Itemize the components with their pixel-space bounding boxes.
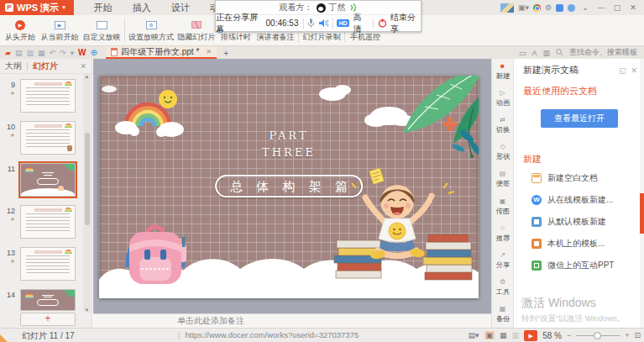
strip-recommend[interactable]: ☆推荐 [492, 224, 513, 244]
normal-view-icon[interactable]: ▣ [484, 331, 495, 339]
slide-panel-scrollbar[interactable]: ▲ ▼ [83, 74, 91, 313]
close-panel-icon[interactable]: ✕ [80, 62, 86, 71]
zoom-slider[interactable] [576, 335, 620, 336]
panel-title: 新建演示文稿 [523, 64, 579, 76]
play-slideshow-button[interactable]: ▶ [524, 330, 537, 341]
output-icon[interactable]: ▥ [26, 49, 34, 57]
strip-backup[interactable]: ▦备份 [492, 305, 513, 324]
slide-sorter-icon[interactable]: ▦ [500, 331, 507, 339]
tab-outline[interactable]: 大纲 [5, 61, 22, 72]
close-tab-icon[interactable]: ✕ [206, 48, 212, 55]
strip-transition[interactable]: ⇄切换 [492, 116, 513, 135]
panel-icon[interactable]: ▥ [542, 49, 550, 57]
custom-show-button[interactable]: 自定义放映 [81, 15, 123, 45]
right-tab-strip: ■新建 ▷动画 ⇄切换 ◇形状 ▤便签 ▣传图 ☆推荐 ↗分享 ⚙工具 ▦备份 [491, 59, 514, 328]
note-icon [369, 168, 384, 184]
slide-number: 14 [0, 291, 15, 299]
slide-thumbnail-13[interactable] [20, 247, 76, 281]
slide-thumbnail-10[interactable] [20, 121, 76, 155]
app-menu[interactable]: P WPS 演示 ▾ [0, 0, 74, 15]
gear-icon[interactable]: ⚙ [545, 3, 552, 12]
editing-canvas: PART THREE 总 体 构 架 篇 [93, 59, 491, 313]
strip-tools[interactable]: ⚙工具 [492, 278, 513, 297]
close-button[interactable]: ✕ [627, 3, 639, 12]
slide-number: 10 [0, 123, 15, 131]
strip-share[interactable]: ↗分享 [492, 251, 513, 271]
panel-scrollbar[interactable] [640, 59, 644, 328]
web-icon[interactable]: ⊕ [91, 48, 97, 57]
strip-shapes[interactable]: ◇形状 [492, 143, 513, 162]
document-tab[interactable]: 四年级下册作文.ppt * ✕ [106, 46, 217, 59]
part-text-line1[interactable]: PART [99, 129, 479, 142]
hide-slide-button[interactable]: ╲ 隐藏幻灯片 [175, 15, 217, 45]
new-blank-document-item[interactable]: 新建空白文档 [515, 167, 644, 189]
view-recent-button[interactable]: 查看最近打开 [541, 109, 618, 128]
wallpaper-thumbnail-icon[interactable] [500, 3, 514, 13]
strip-new[interactable]: ■新建 [492, 62, 513, 82]
comment-icon[interactable]: ▭ [519, 49, 526, 57]
notes-toggle-icon[interactable]: ▤▾ [469, 331, 479, 339]
microphone-icon[interactable] [307, 18, 314, 28]
zoom-out-icon[interactable]: − [567, 331, 571, 339]
zoom-in-icon[interactable]: + [625, 331, 629, 339]
menu-icon[interactable]: ▰ [5, 49, 11, 57]
play-from-current-button[interactable]: ▶ 从当前开始 [39, 15, 81, 45]
scroll-up-icon[interactable]: ▲ [83, 74, 91, 79]
notes-bar[interactable]: 单击此处添加备注 [93, 313, 491, 328]
part-text-line2[interactable]: THREE [99, 146, 479, 159]
expand-panel-icon[interactable]: ◱ [619, 66, 626, 75]
vault-icon[interactable]: ▣▾ [518, 3, 529, 12]
restore-button[interactable]: ▢ [611, 3, 623, 12]
close-panel-icon[interactable]: ✕ [631, 66, 637, 75]
scrollbar-thumb[interactable] [85, 133, 90, 225]
zoom-slider-knob[interactable] [594, 332, 601, 339]
setup-show-button[interactable]: ⚙ 设置放映方式 [127, 15, 175, 45]
undo-icon[interactable]: ↶ [49, 49, 55, 57]
strip-sticky-notes[interactable]: ▤便签 [492, 170, 513, 189]
strip-upload-image[interactable]: ▣传图 [492, 197, 513, 217]
speaker-icon[interactable] [319, 18, 328, 28]
minimize-button[interactable]: — [595, 3, 607, 12]
redo-icon[interactable]: ↷ [60, 49, 66, 57]
play-from-start-button[interactable]: ▶ 从头开始 [2, 15, 39, 45]
hd-label: 高清 [353, 12, 369, 35]
scrollbar-thumb[interactable] [640, 193, 644, 234]
add-slide-button[interactable]: + [20, 313, 76, 326]
slide-thumbnail-9[interactable] [20, 79, 76, 113]
new-from-default-template-item[interactable]: 从默认模板新建 [515, 211, 644, 233]
slide-thumbnail-14[interactable] [20, 289, 76, 311]
skin-icon[interactable] [556, 4, 563, 12]
monitor-play-icon: ▶ [55, 21, 65, 29]
new-tab-button[interactable]: + [217, 46, 235, 59]
slide-thumbnail-11-selected[interactable] [20, 163, 76, 197]
wps-home-icon[interactable]: W [78, 48, 86, 57]
new-from-online-template-item[interactable]: W从在线模板新建... [515, 189, 644, 211]
hd-badge[interactable]: HD [337, 19, 348, 27]
tab-home[interactable]: 开始 [84, 0, 123, 15]
tab-insert[interactable]: 插入 [123, 0, 161, 15]
search-input[interactable]: 查找命令、搜索模板 [569, 47, 637, 58]
tab-slides[interactable]: 幻灯片 [33, 61, 58, 72]
slide-title-capsule[interactable]: 总 体 构 架 篇 [215, 175, 363, 197]
new-icon: ■ [500, 62, 505, 70]
local-templates-item[interactable]: 本机上的模板... [515, 233, 644, 255]
fit-slide-icon[interactable]: ⊡ [634, 331, 641, 339]
save-icon[interactable]: ▤ [15, 49, 23, 57]
collapse-ribbon-icon[interactable]: ⌄ [579, 3, 591, 12]
blank-doc-icon [531, 173, 542, 183]
tab-design[interactable]: 设计 [161, 0, 200, 15]
slide-thumbnail-12[interactable] [20, 205, 76, 239]
reading-view-icon[interactable]: ▥ [512, 331, 520, 339]
assistant-icon[interactable]: A [531, 49, 537, 57]
wechat-interactive-ppt-item[interactable]: 微信上的互动PPT [515, 255, 644, 276]
slide-canvas[interactable]: PART THREE 总 体 构 架 篇 [99, 76, 479, 298]
chrome-icon[interactable] [533, 4, 541, 12]
scroll-down-icon[interactable]: ▼ [83, 308, 91, 313]
print-icon[interactable]: ▦ [38, 49, 45, 57]
end-share-button[interactable]: 结束分享 [390, 12, 421, 35]
docer-url[interactable]: |https://www.docer.com/works?userid=3270… [178, 330, 359, 339]
strip-animation[interactable]: ▷动画 [492, 89, 513, 108]
wechat-ppt-icon [531, 260, 542, 271]
more-icon[interactable]: ▾ [71, 49, 75, 57]
account-icon[interactable] [568, 4, 575, 12]
